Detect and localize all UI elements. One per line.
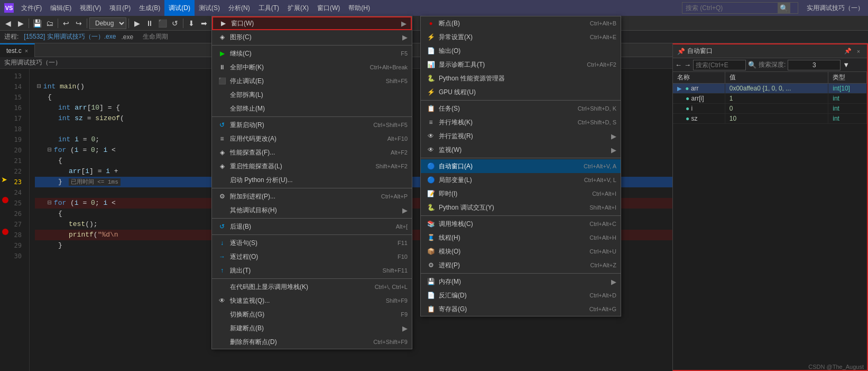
search-depth-input[interactable] bbox=[788, 60, 841, 70]
menu-item-step-back[interactable]: ↺ 后退(B) Alt+[ bbox=[212, 220, 412, 233]
debug-mode-dropdown[interactable]: Debug bbox=[89, 17, 126, 29]
submenu-python-interactive[interactable]: 🐍 Python 调试交互(Y) Shift+Alt+I bbox=[421, 201, 621, 214]
menu-item-quick-watch[interactable]: 👁 快速监视(Q)... Shift+F9 bbox=[212, 294, 412, 307]
menu-item-step-out[interactable]: ↑ 跳出(T) Shift+F11 bbox=[212, 264, 412, 277]
fn-sizeof: sizeof bbox=[95, 114, 120, 122]
menu-analyze[interactable]: 分析(N) bbox=[224, 0, 254, 16]
menu-debug[interactable]: 调试(D) bbox=[164, 0, 195, 16]
submenu-registers[interactable]: 📋 寄存器(G) Ctrl+Alt+G bbox=[421, 302, 621, 316]
menu-item-continue[interactable]: ▶ 继续(C) F5 bbox=[212, 47, 412, 60]
redo-button[interactable]: ↪ bbox=[73, 17, 85, 29]
submenu-output[interactable]: 📄 输出(O) bbox=[421, 44, 621, 58]
submenu-diag-tools[interactable]: 📊 显示诊断工具(T) Ctrl+Alt+F2 bbox=[421, 58, 621, 71]
menu-item-window[interactable]: ▶ 窗口(W) ▶ bbox=[212, 16, 412, 30]
menu-file[interactable]: 文件(F) bbox=[17, 0, 46, 16]
menu-test[interactable]: 测试(S) bbox=[195, 0, 224, 16]
menu-item-step-over[interactable]: → 逐过程(O) F10 bbox=[212, 250, 412, 264]
attach-label: 附加到进程(P)... bbox=[230, 192, 381, 201]
tab-test-c[interactable]: test.c × bbox=[0, 43, 35, 57]
menu-project[interactable]: 项目(P) bbox=[105, 0, 135, 16]
tab-close-icon[interactable]: × bbox=[25, 48, 28, 54]
search-lens-icon[interactable]: 🔍 bbox=[748, 61, 756, 69]
autos-label: 自动窗口(A) bbox=[439, 162, 584, 171]
line-num-23: 23 bbox=[11, 177, 25, 187]
menu-item-break-all[interactable]: ⏸ 全部中断(K) Ctrl+Alt+Break bbox=[212, 60, 412, 74]
submenu-memory[interactable]: 💾 内存(M) ▶ bbox=[421, 275, 621, 288]
panel-pin-button[interactable]: 📌 bbox=[844, 47, 852, 56]
registers-label: 寄存器(G) bbox=[439, 305, 589, 314]
submenu-threads[interactable]: 🧵 线程(H) Ctrl+Alt+H bbox=[421, 231, 621, 245]
menu-build[interactable]: 生成(B) bbox=[135, 0, 164, 16]
panel-title: 自动窗口 bbox=[687, 47, 842, 56]
submenu-processes[interactable]: ⚙ 进程(P) Ctrl+Alt+Z bbox=[421, 258, 621, 272]
continue-debug-button[interactable]: ▶ bbox=[131, 17, 143, 29]
auto-window-panel: 📌 自动窗口 📌 × ← → 🔍 搜索深度: ▼ 名称 值 类型 bbox=[672, 43, 868, 371]
window-submenu: ● 断点(B) Ctrl+Alt+B ⚡ 异常设置(X) Ctrl+Alt+E … bbox=[420, 16, 621, 316]
forward-button[interactable]: ▶ bbox=[15, 17, 26, 29]
menu-item-graphics[interactable]: ◈ 图形(C) ▶ bbox=[212, 30, 412, 44]
menu-tools[interactable]: 工具(T) bbox=[254, 0, 283, 16]
menu-extensions[interactable]: 扩展(X) bbox=[283, 0, 313, 16]
menu-item-toggle-bp[interactable]: 切换断点(G) F9 bbox=[212, 307, 412, 321]
process-label: 进程: bbox=[4, 32, 19, 41]
submenu-python-perf[interactable]: 🐍 Python 性能资源管理器 bbox=[421, 71, 621, 85]
menu-item-attach[interactable]: ⚙ 附加到进程(P)... Ctrl+Alt+P bbox=[212, 189, 412, 203]
nav-back-icon[interactable]: ← bbox=[675, 61, 682, 69]
panel-close-button[interactable]: × bbox=[854, 47, 863, 56]
step-back-icon: ↺ bbox=[216, 223, 228, 230]
undo-button[interactable]: ↩ bbox=[60, 17, 72, 29]
submenu-exception[interactable]: ⚡ 异常设置(X) Ctrl+Alt+E bbox=[421, 30, 621, 44]
menu-item-stop[interactable]: ⬛ 停止调试(E) Shift+F5 bbox=[212, 74, 412, 88]
save-button[interactable]: 💾 bbox=[31, 17, 43, 29]
menu-edit[interactable]: 编辑(E) bbox=[46, 0, 76, 16]
nav-forward-icon[interactable]: → bbox=[684, 61, 691, 69]
submenu-modules[interactable]: 📦 模块(O) Ctrl+Alt+U bbox=[421, 245, 621, 258]
quick-watch-label: 快速监视(Q)... bbox=[230, 296, 386, 305]
expand-arr-icon[interactable]: ▶ bbox=[677, 85, 681, 92]
submenu-immediate[interactable]: 📝 即时(I) Ctrl+Alt+I bbox=[421, 187, 621, 201]
stop-debug-button[interactable]: ⬛ bbox=[156, 17, 168, 29]
menu-bar: 文件(F) 编辑(E) 视图(V) 项目(P) 生成(B) 调试(D) 测试(S… bbox=[17, 0, 374, 16]
search-input[interactable] bbox=[682, 4, 778, 12]
submenu-call-stack[interactable]: 📚 调用堆栈(C) Ctrl+Alt+C bbox=[421, 217, 621, 231]
step-into-button[interactable]: ⬇ bbox=[186, 17, 197, 29]
breakpoint-25[interactable] bbox=[2, 197, 8, 203]
submenu-gpu-threads[interactable]: ⚡ GPU 线程(U) bbox=[421, 85, 621, 99]
submenu-disassembly[interactable]: 📄 反汇编(D) Ctrl+Alt+D bbox=[421, 288, 621, 302]
menu-item-detach[interactable]: 全部拆离(L) bbox=[212, 88, 412, 102]
debug-menu-sep-3 bbox=[212, 188, 412, 188]
menu-view[interactable]: 视图(V) bbox=[76, 0, 105, 16]
break-all-button[interactable]: ⏸ bbox=[144, 17, 155, 29]
step-out-label: 跳出(T) bbox=[230, 266, 383, 275]
menu-item-start-python[interactable]: 启动 Python 分析(U)... bbox=[212, 173, 412, 187]
submenu-parallel-watch[interactable]: 👁 并行监视(R) ▶ bbox=[421, 129, 621, 143]
menu-item-restart[interactable]: ↺ 重新启动(R) Ctrl+Shift+F5 bbox=[212, 118, 412, 132]
menu-item-perf-profiler[interactable]: ◈ 性能探查器(F)... Alt+F2 bbox=[212, 146, 412, 159]
search-bar: 🔍 bbox=[682, 2, 798, 14]
submenu-tasks[interactable]: 📋 任务(S) Ctrl+Shift+D, K bbox=[421, 102, 621, 115]
step-over-button[interactable]: ➡ bbox=[198, 17, 210, 29]
menu-help[interactable]: 帮助(H) bbox=[344, 0, 374, 16]
submenu-parallel-stacks[interactable]: ≡ 并行堆栈(K) Ctrl+Shift+D, S bbox=[421, 115, 621, 129]
menu-item-step-into[interactable]: ↓ 逐语句(S) F11 bbox=[212, 236, 412, 250]
back-button[interactable]: ◀ bbox=[2, 17, 14, 29]
depth-dropdown-icon[interactable]: ▼ bbox=[843, 61, 849, 69]
menu-item-other-targets[interactable]: 其他调试目标(H) ▶ bbox=[212, 203, 412, 217]
menu-item-terminate-all[interactable]: 全部终止(M) bbox=[212, 102, 412, 115]
breakpoint-28[interactable] bbox=[2, 229, 8, 235]
submenu-autos[interactable]: 🔵 自动窗口(A) Ctrl+Alt+V, A bbox=[421, 159, 621, 173]
search-icon[interactable]: 🔍 bbox=[778, 2, 790, 14]
menu-item-show-callstack[interactable]: 在代码图上显示调用堆栈(K) Ctrl+\, Ctrl+L bbox=[212, 280, 412, 294]
menu-window[interactable]: 窗口(W) bbox=[313, 0, 344, 16]
parallel-stacks-shortcut: Ctrl+Shift+D, S bbox=[578, 119, 616, 125]
menu-item-apply-changes[interactable]: ≡ 应用代码更改(A) Alt+F10 bbox=[212, 132, 412, 146]
submenu-breakpoints[interactable]: ● 断点(B) Ctrl+Alt+B bbox=[421, 16, 621, 30]
submenu-locals[interactable]: 🔵 局部变量(L) Ctrl+Alt+V, L bbox=[421, 173, 621, 187]
save-all-button[interactable]: 🗂 bbox=[44, 17, 56, 29]
submenu-watch[interactable]: 👁 监视(W) ▶ bbox=[421, 143, 621, 157]
menu-item-new-bp[interactable]: 新建断点(B) ▶ bbox=[212, 321, 412, 335]
menu-item-delete-bp[interactable]: 删除所有断点(D) Ctrl+Shift+F9 bbox=[212, 335, 412, 349]
menu-item-relaunch-profiler[interactable]: ◈ 重启性能探查器(L) Shift+Alt+F2 bbox=[212, 159, 412, 173]
auto-search-input[interactable] bbox=[693, 60, 746, 70]
restart-debug-button[interactable]: ↺ bbox=[169, 17, 181, 29]
